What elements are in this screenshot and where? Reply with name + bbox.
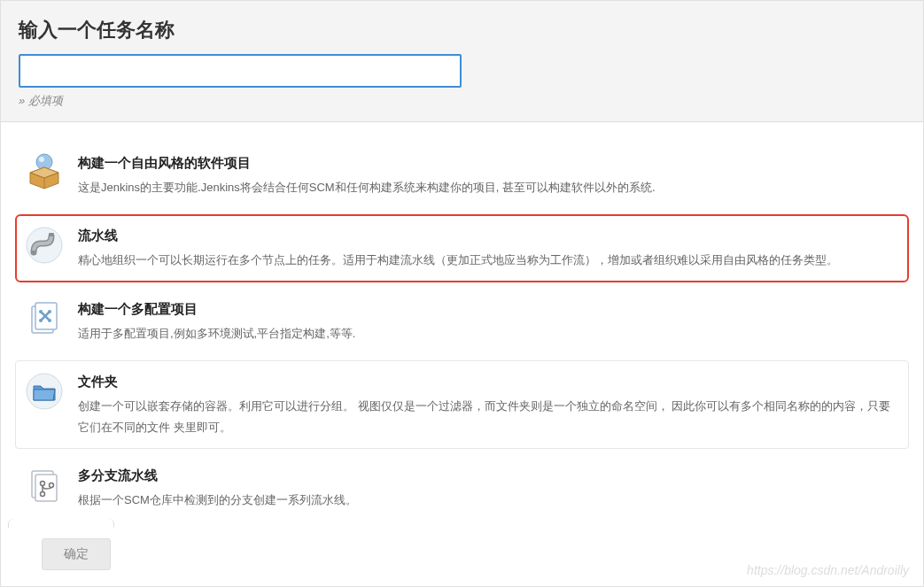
- new-item-page: 输入一个任务名称 » 必填项 构建一个自由风格的软件项目 这是Jenkins的主…: [0, 0, 924, 587]
- option-content: 多分支流水线 根据一个SCM仓库中检测到的分支创建一系列流水线。: [78, 466, 896, 510]
- svg-point-10: [48, 319, 51, 322]
- svg-rect-15: [35, 475, 57, 501]
- option-pipeline[interactable]: 流水线 精心地组织一个可以长期运行在多个节点上的任务。适用于构建流水线（更加正式…: [15, 214, 909, 282]
- option-title: 构建一个自由风格的软件项目: [78, 153, 896, 172]
- option-content: 文件夹 创建一个可以嵌套存储的容器。利用它可以进行分组。 视图仅仅是一个过滤器，…: [78, 372, 896, 437]
- option-title: 流水线: [78, 226, 896, 244]
- folder-icon: [25, 372, 64, 411]
- option-title: 多分支流水线: [78, 466, 896, 484]
- item-name-input[interactable]: [19, 54, 462, 88]
- svg-rect-3: [49, 233, 54, 236]
- option-freestyle[interactable]: 构建一个自由风格的软件项目 这是Jenkins的主要功能.Jenkins将会结合…: [15, 142, 909, 209]
- multiconfig-icon: [25, 299, 64, 338]
- option-content: 构建一个自由风格的软件项目 这是Jenkins的主要功能.Jenkins将会结合…: [78, 153, 896, 197]
- option-title: 构建一个多配置项目: [78, 299, 896, 318]
- svg-rect-4: [31, 251, 36, 254]
- option-desc: 根据一个SCM仓库中检测到的分支创建一系列流水线。: [78, 490, 896, 510]
- option-multibranch[interactable]: 多分支流水线 根据一个SCM仓库中检测到的分支创建一系列流水线。: [15, 454, 909, 521]
- svg-point-9: [39, 310, 43, 313]
- required-hint: » 必填项: [19, 93, 905, 109]
- svg-point-1: [39, 157, 44, 162]
- item-type-list: 构建一个自由风格的软件项目 这是Jenkins的主要功能.Jenkins将会结合…: [1, 122, 923, 528]
- option-desc: 这是Jenkins的主要功能.Jenkins将会结合任何SCM和任何构建系统来构…: [78, 177, 896, 197]
- option-title: 文件夹: [78, 372, 896, 390]
- option-content: 构建一个多配置项目 适用于多配置项目,例如多环境测试,平台指定构建,等等.: [78, 299, 896, 344]
- option-desc: 适用于多配置项目,例如多环境测试,平台指定构建,等等.: [78, 323, 896, 344]
- pipeline-icon: [25, 226, 64, 265]
- option-desc: 精心地组织一个可以长期运行在多个节点上的任务。适用于构建流水线（更加正式地应当称…: [78, 250, 896, 270]
- option-desc: 创建一个可以嵌套存储的容器。利用它可以进行分组。 视图仅仅是一个过滤器，而文件夹…: [78, 396, 896, 437]
- freestyle-box-icon: [25, 153, 64, 192]
- svg-point-11: [48, 310, 51, 313]
- option-folder[interactable]: 文件夹 创建一个可以嵌套存储的容器。利用它可以进行分组。 视图仅仅是一个过滤器，…: [15, 360, 909, 449]
- option-content: 流水线 精心地组织一个可以长期运行在多个节点上的任务。适用于构建流水线（更加正式…: [78, 226, 896, 270]
- footer-section: 确定 https://blog.csdn.net/Androilly: [1, 528, 923, 586]
- header-section: 输入一个任务名称 » 必填项: [1, 1, 923, 122]
- confirm-button[interactable]: 确定: [42, 538, 111, 570]
- svg-point-12: [39, 319, 43, 322]
- footer-tab-decor: [8, 519, 114, 528]
- page-title: 输入一个任务名称: [19, 17, 905, 43]
- option-multiconfig[interactable]: 构建一个多配置项目 适用于多配置项目,例如多环境测试,平台指定构建,等等.: [15, 288, 909, 355]
- watermark: https://blog.csdn.net/Androilly: [747, 563, 909, 577]
- multibranch-icon: [25, 466, 64, 505]
